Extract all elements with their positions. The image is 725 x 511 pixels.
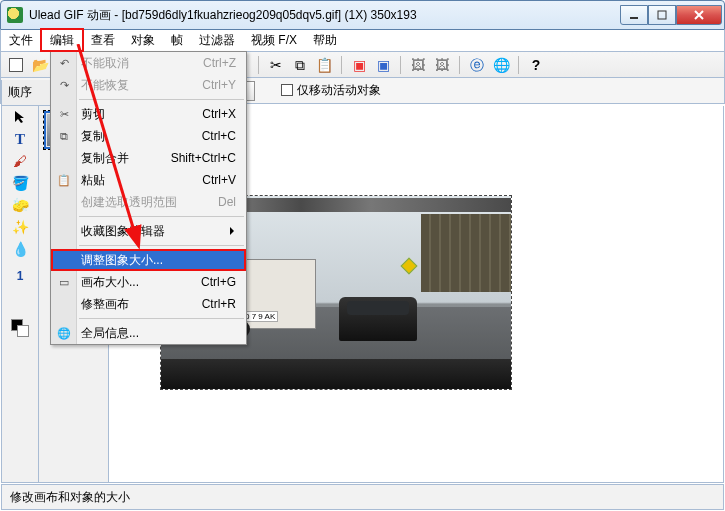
menu-separator bbox=[79, 99, 244, 100]
window-title: Ulead GIF 动画 - [bd759d6dly1fkuahzrieog20… bbox=[29, 7, 620, 24]
move-only-checkbox[interactable]: 仅移动活动对象 bbox=[281, 82, 381, 99]
separator bbox=[400, 56, 401, 74]
cut-button[interactable]: ✂ bbox=[265, 54, 287, 76]
canvas-icon: ▭ bbox=[56, 274, 72, 290]
close-button[interactable] bbox=[676, 5, 722, 25]
menu-paste[interactable]: 📋粘贴Ctrl+V bbox=[51, 169, 246, 191]
copy-icon: ⧉ bbox=[56, 128, 72, 144]
cut-icon: ✂ bbox=[56, 106, 72, 122]
menu-canvas-size[interactable]: ▭画布大小...Ctrl+G bbox=[51, 271, 246, 293]
menu-view[interactable]: 查看 bbox=[83, 30, 123, 51]
copy-button[interactable]: ⧉ bbox=[289, 54, 311, 76]
svg-rect-0 bbox=[630, 17, 638, 19]
tool-eyedropper[interactable]: 💧 bbox=[2, 238, 38, 260]
menu-video-fx[interactable]: 视频 F/X bbox=[243, 30, 305, 51]
paste-button[interactable]: 📋 bbox=[313, 54, 335, 76]
svg-rect-1 bbox=[658, 11, 666, 19]
globe-icon: 🌐 bbox=[56, 325, 72, 341]
order-label: 顺序 bbox=[8, 84, 32, 101]
tool-frame1[interactable]: 1 bbox=[2, 265, 38, 287]
menu-fav-editor[interactable]: 收藏图象编辑器 bbox=[51, 220, 246, 242]
addimg2-button[interactable]: 🖼 bbox=[431, 54, 453, 76]
tool-brush[interactable]: 🖌 bbox=[2, 150, 38, 172]
tool-palette: T 🖌 🪣 🧽 ✨ 💧 1 bbox=[1, 106, 39, 483]
separator bbox=[341, 56, 342, 74]
separator bbox=[518, 56, 519, 74]
tool-pointer[interactable] bbox=[2, 106, 38, 128]
maximize-button[interactable] bbox=[648, 5, 676, 25]
app-icon bbox=[7, 7, 23, 23]
status-text: 修改画布和对象的大小 bbox=[10, 489, 130, 506]
menu-frame[interactable]: 帧 bbox=[163, 30, 191, 51]
tool-wand[interactable]: ✨ bbox=[2, 216, 38, 238]
menu-object[interactable]: 对象 bbox=[123, 30, 163, 51]
menu-create-selection: 创建选取透明范围Del bbox=[51, 191, 246, 213]
menu-copy[interactable]: ⧉复制Ctrl+C bbox=[51, 125, 246, 147]
tool-text[interactable]: T bbox=[2, 128, 38, 150]
tool-eraser[interactable]: 🧽 bbox=[2, 194, 38, 216]
open-button[interactable]: 📂 bbox=[29, 54, 51, 76]
menu-separator bbox=[79, 318, 244, 319]
bring-front-button[interactable]: ▣ bbox=[372, 54, 394, 76]
separator bbox=[459, 56, 460, 74]
menu-redo: ↷不能恢复Ctrl+Y bbox=[51, 74, 246, 96]
separator bbox=[258, 56, 259, 74]
move-only-label: 仅移动活动对象 bbox=[297, 83, 381, 97]
help-button[interactable]: ? bbox=[525, 54, 547, 76]
menu-trim-canvas[interactable]: 修整画布Ctrl+R bbox=[51, 293, 246, 315]
menu-global-info[interactable]: 🌐全局信息... bbox=[51, 322, 246, 344]
undo-icon: ↶ bbox=[56, 55, 72, 71]
menu-separator bbox=[79, 216, 244, 217]
menu-resize-image[interactable]: 调整图象大小... bbox=[51, 249, 246, 271]
new-button[interactable] bbox=[5, 54, 27, 76]
menu-filter[interactable]: 过滤器 bbox=[191, 30, 243, 51]
tool-bucket[interactable]: 🪣 bbox=[2, 172, 38, 194]
edit-menu-dropdown: ↶不能取消Ctrl+Z ↷不能恢复Ctrl+Y ✂剪切Ctrl+X ⧉复制Ctr… bbox=[50, 51, 247, 345]
redo-icon: ↷ bbox=[56, 77, 72, 93]
menu-file[interactable]: 文件 bbox=[1, 30, 41, 51]
web2-button[interactable]: 🌐 bbox=[490, 54, 512, 76]
truck-plate: 0 7 9 AK bbox=[242, 311, 278, 322]
menu-undo: ↶不能取消Ctrl+Z bbox=[51, 52, 246, 74]
menu-help[interactable]: 帮助 bbox=[305, 30, 345, 51]
web-button[interactable]: ⓔ bbox=[466, 54, 488, 76]
color-swatches[interactable] bbox=[2, 317, 38, 339]
menu-edit[interactable]: 编辑 bbox=[41, 29, 83, 51]
addimg-button[interactable]: 🖼 bbox=[407, 54, 429, 76]
window-controls bbox=[620, 5, 722, 25]
send-back-button[interactable]: ▣ bbox=[348, 54, 370, 76]
menubar: 文件 编辑 查看 对象 帧 过滤器 视频 F/X 帮助 bbox=[0, 30, 725, 52]
paste-icon: 📋 bbox=[56, 172, 72, 188]
minimize-button[interactable] bbox=[620, 5, 648, 25]
window-titlebar: Ulead GIF 动画 - [bd759d6dly1fkuahzrieog20… bbox=[0, 0, 725, 30]
menu-separator bbox=[79, 245, 244, 246]
menu-cut[interactable]: ✂剪切Ctrl+X bbox=[51, 103, 246, 125]
status-bar: 修改画布和对象的大小 bbox=[1, 484, 724, 510]
menu-copy-merge[interactable]: 复制合并Shift+Ctrl+C bbox=[51, 147, 246, 169]
